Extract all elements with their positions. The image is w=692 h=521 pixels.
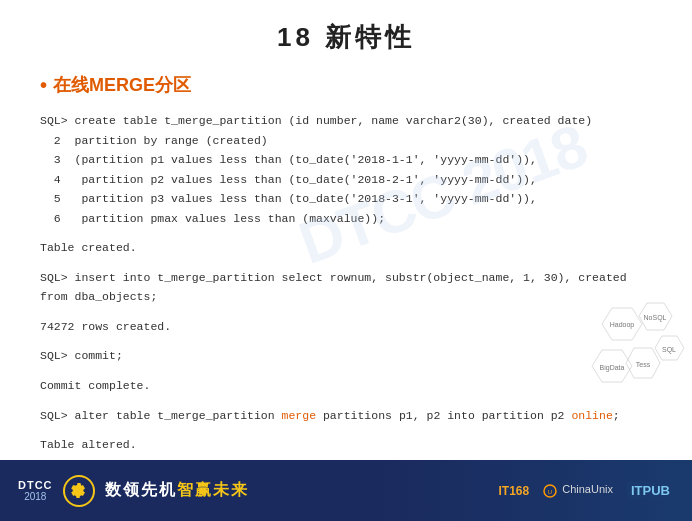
status-rows-created: 74272 rows created. [40,317,652,337]
dtcc-label: DTCC [18,479,53,491]
code-line-6: 6 partition pmax values less than (maxva… [40,212,385,225]
code-line-4: 4 partition p2 values less than (to_date… [40,173,537,186]
status-table-altered: Table altered. [40,435,652,455]
page-title: 18 新特性 [40,20,652,55]
code-line-5: 5 partition p3 values less than (to_date… [40,192,537,205]
code-alter: SQL> alter table t_merge_partition merge… [40,406,652,426]
gear-icon [63,475,95,507]
footer-left: DTCC 2018 数领先机智赢未来 [18,475,249,507]
keyword-online: online [571,409,612,422]
status-table-created: Table created. [40,238,652,258]
code-line-2: 2 partition by range (created) [40,134,268,147]
section-heading-text: 在线MERGE分区 [53,73,191,97]
footer-slogan: 数领先机智赢未来 [105,480,249,501]
footer: DTCC 2018 数领先机智赢未来 IT168 U ChinaUnix ITP… [0,460,692,521]
svg-text:SQL: SQL [662,346,676,354]
code-line-1: SQL> create table t_merge_partition (id … [40,114,592,127]
bullet-icon: • [40,74,47,97]
dtcc-badge: DTCC 2018 [18,479,53,502]
code-alter-line: SQL> alter table t_merge_partition merge… [40,409,620,422]
dtcc-year: 2018 [24,491,46,502]
code-line-3: 3 (partition p1 values less than (to_dat… [40,153,537,166]
logo-itpub: ITPUB [627,482,674,499]
footer-logos: IT168 U ChinaUnix ITPUB [499,482,675,499]
main-content: 18 新特性 • 在线MERGE分区 SQL> create table t_m… [0,0,692,460]
logo-it168: IT168 [499,484,530,498]
svg-marker-4 [655,336,684,360]
code-commit: SQL> commit; [40,346,652,366]
slogan-highlight: 智赢未来 [177,481,249,498]
keyword-merge: merge [282,409,317,422]
status-commit-complete: Commit complete. [40,376,652,396]
code-commit-line: SQL> commit; [40,349,123,362]
section-heading: • 在线MERGE分区 [40,73,652,97]
code-create-table: SQL> create table t_merge_partition (id … [40,111,652,228]
svg-text:U: U [548,489,552,495]
logo-chinaunix: U ChinaUnix [543,483,613,497]
logo-chinaunix-text: ChinaUnix [562,483,613,495]
code-insert: SQL> insert into t_merge_partition selec… [40,268,652,307]
slogan-part1: 数领先机 [105,481,177,498]
code-insert-line: SQL> insert into t_merge_partition selec… [40,271,627,304]
